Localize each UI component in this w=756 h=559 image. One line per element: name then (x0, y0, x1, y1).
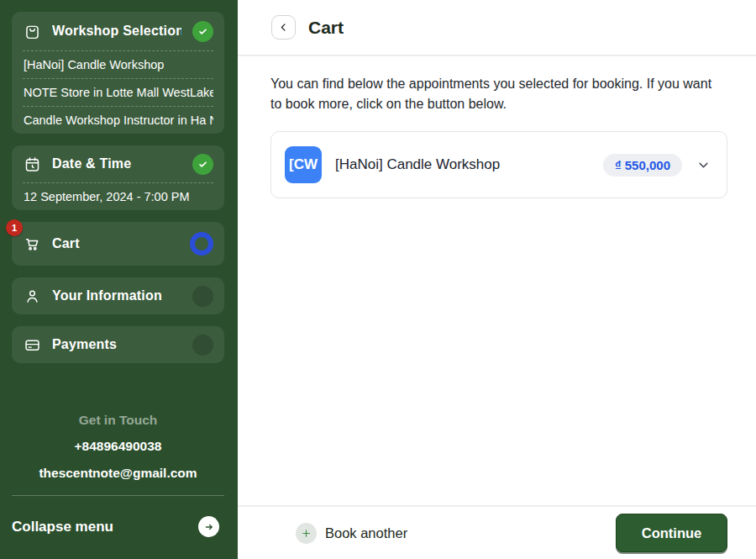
credit-card-icon (23, 335, 41, 354)
active-step-ring-icon (190, 232, 213, 256)
payments-header: Payments (23, 326, 213, 363)
main-content: You can find below the appointments you … (238, 56, 756, 505)
cart-icon (23, 235, 41, 253)
contact-block: Get in Touch +84896490038 thescentnote@g… (12, 413, 224, 481)
your-information-header: Your Information (23, 277, 213, 314)
step-label: Date & Time (52, 156, 181, 171)
person-icon (23, 287, 41, 305)
sidebar-item-workshop-selection[interactable]: Workshop Selection [HaNoi] Candle Worksh… (12, 12, 224, 134)
collapse-menu-label: Collapse menu (12, 519, 113, 535)
workshop-detail: NOTE Store in Lotte Mall WestLake (23, 78, 213, 106)
date-time-detail: 12 September, 2024 - 7:00 PM (23, 182, 213, 210)
calendar-icon (23, 155, 41, 173)
main-header: Cart (238, 0, 756, 56)
chevron-down-icon[interactable] (697, 159, 710, 171)
workshop-selection-header: Workshop Selection (23, 12, 213, 50)
sidebar-item-date-time[interactable]: Date & Time 12 September, 2024 - 7:00 PM (12, 145, 224, 210)
check-circle-icon (192, 154, 213, 175)
book-another-button[interactable]: Book another (296, 523, 407, 544)
footer-bar: Book another Continue (238, 505, 756, 559)
continue-button[interactable]: Continue (616, 514, 727, 552)
workshop-detail: [HaNoi] Candle Workshop (23, 50, 213, 78)
contact-email: thescentnote@gmail.com (12, 466, 224, 481)
chevron-left-icon (278, 22, 289, 33)
cart-description: You can find below the appointments you … (270, 74, 726, 114)
book-another-label: Book another (325, 525, 407, 541)
contact-heading: Get in Touch (12, 413, 224, 428)
cart-header: Cart (23, 222, 213, 266)
step-label: Your Information (52, 288, 181, 303)
sidebar-divider (12, 495, 224, 496)
appointment-card[interactable]: [CW [HaNoi] Candle Workshop ₫ 550,000 (270, 131, 727, 198)
price-badge: ₫ 550,000 (603, 154, 682, 177)
sidebar: Workshop Selection [HaNoi] Candle Worksh… (0, 0, 238, 559)
pending-step-circle (192, 335, 213, 356)
contact-phone: +84896490038 (12, 439, 224, 454)
plus-icon (296, 523, 317, 544)
page-title: Cart (308, 18, 344, 38)
back-button[interactable] (271, 15, 296, 40)
arrow-right-icon (198, 516, 219, 537)
booking-app: Workshop Selection [HaNoi] Candle Worksh… (0, 0, 756, 559)
step-label: Workshop Selection (52, 24, 181, 39)
collapse-menu-button[interactable]: Collapse menu (12, 516, 224, 537)
workshop-detail: Candle Workshop Instructor in Ha N (23, 106, 213, 134)
step-label: Cart (52, 236, 179, 251)
pending-step-circle (192, 286, 213, 307)
appointment-title: [HaNoi] Candle Workshop (335, 156, 603, 173)
cart-count-badge: 1 (6, 219, 23, 236)
date-time-header: Date & Time (23, 145, 213, 182)
shopping-bag-icon (23, 22, 41, 40)
sidebar-item-cart[interactable]: 1 Cart (12, 222, 224, 266)
appointment-avatar: [CW (285, 146, 322, 183)
check-circle-icon (192, 21, 213, 42)
sidebar-item-payments[interactable]: Payments (12, 326, 224, 363)
sidebar-item-your-information[interactable]: Your Information (12, 277, 224, 314)
step-label: Payments (52, 337, 181, 352)
main-panel: Cart You can find below the appointments… (238, 0, 756, 559)
